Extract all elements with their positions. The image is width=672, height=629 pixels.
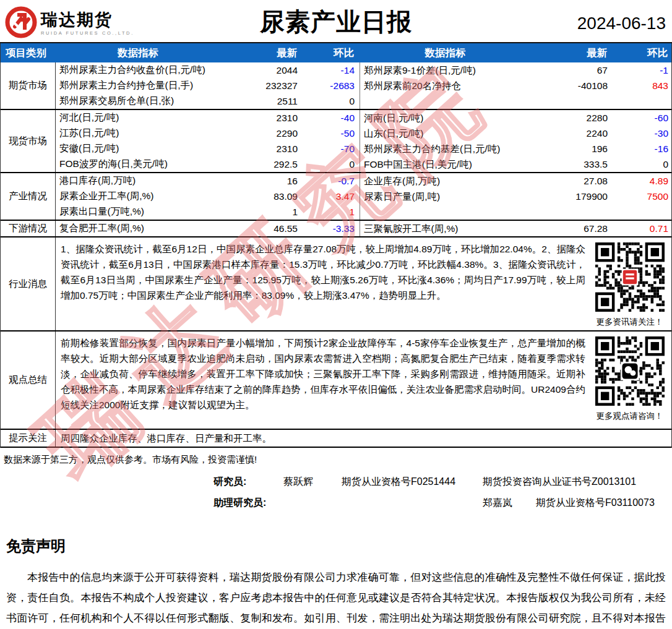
section-rows: 河北(日,元/吨)2310-40河南(日,元/吨)2280-60江苏(日,元/吨… — [56, 110, 672, 172]
indicator-cell: 山东(日,元/吨) — [360, 126, 532, 141]
indicator-cell: 河南(日,元/吨) — [360, 110, 532, 126]
indicator-cell — [360, 93, 532, 109]
viewpoint-summary-text: 前期检修装置部分恢复，国内尿素日产量小幅增加，下周预计2家企业故障停车，4-5家… — [56, 332, 588, 429]
column-header: 最新 — [221, 46, 306, 60]
column-header: 数据指标 — [359, 46, 532, 60]
category-label: 产业情况 — [1, 173, 56, 220]
latest-value: 196 — [532, 143, 616, 155]
industry-news-section: 行业消息 1、据隆众资讯统计，截至6月12日，中国尿素企业总库存量27.08万吨… — [1, 237, 671, 332]
disclaimer-heading: 免责声明 — [6, 536, 666, 556]
researcher-cert-number: 期货从业资格号F0251444 — [342, 476, 455, 489]
section-rows: 郑州尿素主力合约收盘价(日,元/吨)2044-14郑州尿素9-1价差(日,元/吨… — [56, 62, 672, 109]
change-value: 1 — [306, 207, 360, 218]
latest-value: 179900 — [532, 191, 616, 202]
indicator-cell: FOB波罗的海(日,美元/吨) — [56, 158, 222, 171]
column-header: 环比 — [306, 46, 359, 60]
indicator-cell: 三聚氰胺开工率(周,%) — [360, 221, 532, 236]
indicator-cell: 郑州尿素主力合约基差(日,元/吨) — [360, 141, 532, 156]
indicator-cell: 企业库存(周,万吨) — [360, 173, 532, 189]
latest-value: 67.28 — [532, 223, 616, 234]
viewpoint-summary-section: 观点总结 前期检修装置部分恢复，国内尿素日产量小幅增加，下周预计2家企业故障停车… — [1, 332, 671, 430]
table-section: 下游情况复合肥开工率(周,%)46.55-3.33三聚氰胺开工率(周,%)67.… — [1, 221, 671, 237]
indicator-cell: 尿素企业开工率(周,%) — [56, 190, 222, 203]
change-value: -50 — [306, 128, 360, 139]
alert-text: 周四隆众企业库存、港口库存、日产量和开工率。 — [55, 430, 671, 447]
latest-value: 27.08 — [532, 176, 616, 187]
latest-value: 83.09 — [222, 191, 306, 202]
news-qr-block: 更多资讯请关注！ — [588, 237, 671, 330]
category-alert: 提示关注 — [1, 432, 55, 445]
table-row: 郑州尿素主力合约持仓量(日,手)232327-2683郑州尿素前20名净持仓-4… — [56, 78, 672, 93]
indicator-cell: 尿素日产量(周,吨) — [360, 189, 532, 204]
indicator-cell: 港口库存(周,万吨) — [56, 174, 222, 187]
category-industry-news: 行业消息 — [1, 237, 56, 330]
latest-value: 67 — [532, 65, 616, 76]
disclaimer-body: 本报告中的信息均来源于公开可获得资料，瑞达期货股份有限公司力求准确可靠，但对这些… — [6, 567, 666, 629]
latest-value: 2290 — [222, 128, 306, 139]
change-value: -60 — [616, 113, 672, 124]
alert-section: 提示关注 周四隆众企业库存、港口库存、日产量和开工率。 — [1, 430, 671, 448]
table-row: 尿素企业开工率(周,%)83.093.47尿素日产量(周,吨)179900750… — [56, 189, 672, 204]
latest-value: 1 — [222, 207, 306, 218]
legal-disclaimer: 免责声明 本报告中的信息均来源于公开可获得资料，瑞达期货股份有限公司力求准确可靠… — [6, 536, 666, 629]
category-label: 期货市场 — [1, 62, 56, 109]
summary-qr-block: 更多观点请咨询！ — [588, 332, 671, 429]
change-value: -3.33 — [306, 223, 360, 234]
category-viewpoint-summary: 观点总结 — [1, 332, 56, 429]
change-value: 0 — [306, 159, 360, 170]
indicator-cell: FOB中国主港(日,美元/吨) — [360, 156, 532, 172]
viewpoint-summary-cell: 前期检修装置部分恢复，国内尿素日产量小幅增加，下周预计2家企业故障停车，4-5家… — [56, 332, 671, 429]
assistant-cert-number: 期货从业资格号F03110073 — [536, 497, 655, 510]
table-row: FOB波罗的海(日,美元/吨)292.50FOB中国主港(日,美元/吨)333.… — [56, 156, 672, 172]
latest-value: 2511 — [222, 96, 306, 107]
indicator-cell: 郑州尿素前20名净持仓 — [360, 78, 532, 93]
column-header: 数据指标 — [55, 46, 221, 60]
change-value: -0.7 — [306, 176, 360, 187]
change-value: -40 — [306, 113, 360, 124]
table-header-row: 项目类别数据指标最新环比数据指标最新环比 — [1, 43, 671, 62]
change-value: 843 — [616, 80, 672, 92]
table-row: 江苏(日,元/吨)2290-50山东(日,元/吨)2240-30 — [56, 126, 672, 141]
researcher-block: 研究员: 蔡跃辉 期货从业资格号F0251444 期货投资咨询从业证书号Z001… — [0, 474, 672, 515]
report-header: 瑞达期货 RUIDA FUTURES CO.,LTD. 尿素产业日报 2024-… — [0, 0, 672, 43]
summary-qr-code-icon — [595, 336, 665, 406]
news-qr-caption: 更多资讯请关注！ — [597, 317, 663, 328]
change-value: -2683 — [306, 80, 360, 92]
data-table: 项目类别数据指标最新环比数据指标最新环比 期货市场郑州尿素主力合约收盘价(日,元… — [0, 43, 672, 448]
category-label: 下游情况 — [1, 221, 56, 236]
latest-value: -40108 — [532, 80, 616, 92]
report-date: 2024-06-13 — [577, 14, 666, 33]
report-page: 瑞达期货 RUIDA FUTURES CO.,LTD. 尿素产业日报 2024-… — [0, 0, 672, 629]
change-value: -70 — [306, 143, 360, 155]
latest-value: 2240 — [532, 128, 616, 139]
table-sections: 期货市场郑州尿素主力合约收盘价(日,元/吨)2044-14郑州尿素9-1价差(日… — [1, 62, 671, 237]
industry-news-text: 1、据隆众资讯统计，截至6月12日，中国尿素企业总库存量27.08万吨，较上周增… — [56, 237, 588, 330]
source-disclaimer-line: 数据来源于第三方，观点仅供参考。市场有风险，投资需谨慎! — [4, 454, 672, 466]
latest-value: 46.55 — [222, 223, 306, 234]
table-row: 郑州尿素主力合约收盘价(日,元/吨)2044-14郑州尿素9-1价差(日,元/吨… — [56, 62, 672, 78]
table-row: 港口库存(周,万吨)16-0.7企业库存(周,万吨)27.084.89 — [56, 173, 672, 189]
change-value: -30 — [616, 128, 672, 139]
change-value: 0 — [616, 159, 672, 170]
table-section: 期货市场郑州尿素主力合约收盘价(日,元/吨)2044-14郑州尿素9-1价差(日… — [1, 62, 671, 110]
latest-value: 2280 — [532, 113, 616, 124]
indicator-cell — [360, 204, 532, 220]
indicator-cell: 郑州尿素主力合约收盘价(日,元/吨) — [56, 64, 222, 77]
indicator-cell: 安徽(日,元/吨) — [56, 142, 222, 155]
change-value: 0 — [306, 96, 360, 107]
column-header: 项目类别 — [1, 46, 55, 60]
latest-value: 333.5 — [532, 159, 616, 170]
assistant-researcher-label: 助理研究员: — [213, 497, 266, 510]
summary-qr-caption: 更多观点请咨询！ — [597, 411, 663, 422]
researcher-label: 研究员: — [213, 476, 246, 489]
category-label: 现货市场 — [1, 110, 56, 172]
indicator-cell: 郑州尿素9-1价差(日,元/吨) — [360, 62, 532, 78]
change-value: 3.47 — [306, 191, 360, 202]
table-section: 现货市场河北(日,元/吨)2310-40河南(日,元/吨)2280-60江苏(日… — [1, 110, 671, 173]
table-row: 复合肥开工率(周,%)46.55-3.33三聚氰胺开工率(周,%)67.280.… — [56, 221, 672, 236]
change-value: -1 — [616, 65, 672, 76]
table-row: 河北(日,元/吨)2310-40河南(日,元/吨)2280-60 — [56, 110, 672, 126]
change-value: -14 — [306, 65, 360, 76]
change-value: 4.89 — [616, 176, 672, 187]
latest-value: 2044 — [222, 65, 306, 76]
